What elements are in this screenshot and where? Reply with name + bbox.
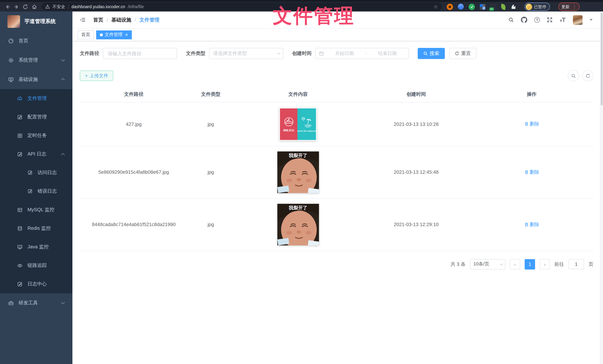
- trash-icon: [524, 222, 529, 227]
- sidebar-item-link-tracing[interactable]: 链路追踪: [0, 256, 72, 275]
- pagination-total: 共 3 条: [451, 261, 466, 267]
- work-life-balance-label: work-life balance: [297, 129, 316, 132]
- sidebar-item-scheduled-jobs[interactable]: 定时任务: [0, 126, 72, 145]
- breadcrumb-infrastructure[interactable]: 基础设施: [111, 17, 131, 23]
- extension-grid-icon[interactable]: [480, 4, 485, 10]
- extension-green-check-icon[interactable]: [469, 3, 475, 10]
- delete-button[interactable]: 删除: [524, 169, 539, 175]
- search-icon: [571, 73, 576, 78]
- fullscreen-button[interactable]: [547, 17, 553, 23]
- sidebar-item-java-monitor[interactable]: Java 监控: [0, 238, 72, 256]
- table-grid-icon: [17, 207, 23, 213]
- extension-orange-icon[interactable]: [447, 3, 453, 10]
- prev-page-button[interactable]: ‹: [510, 259, 520, 269]
- user-avatar[interactable]: [573, 15, 583, 25]
- docs-help-button[interactable]: ?: [534, 17, 540, 23]
- plus-icon: +: [85, 73, 88, 78]
- page-size-select[interactable]: 10条/页: [470, 259, 505, 269]
- start-date-placeholder[interactable]: 开始日期: [327, 50, 362, 57]
- delete-button[interactable]: 删除: [524, 221, 539, 228]
- scrollbar-thumb[interactable]: [601, 13, 603, 105]
- work-life-balance-teal-panel: work-life balance: [297, 108, 316, 140]
- font-size-button[interactable]: [559, 17, 566, 23]
- browser-menu-kebab-icon[interactable]: ⋮: [572, 4, 577, 9]
- user-menu-caret-icon[interactable]: [590, 19, 593, 21]
- file-preview-996icu[interactable]: 996.ICU work-life balance: [279, 107, 317, 140]
- next-page-button[interactable]: ›: [540, 259, 550, 269]
- sidebar-item-error-logs[interactable]: 错误日志: [0, 182, 72, 201]
- upload-file-button[interactable]: + 上传文件: [80, 70, 114, 81]
- sidebar-item-home[interactable]: 首页: [0, 31, 72, 50]
- schedule-icon: [17, 133, 23, 138]
- cloud-upload-icon: [17, 96, 23, 101]
- header-search-button[interactable]: [508, 17, 514, 23]
- sidebar-item-config-management[interactable]: 配置管理: [0, 108, 72, 126]
- tab-home[interactable]: 首页: [78, 30, 94, 39]
- search-icon: [508, 17, 514, 23]
- end-date-placeholder[interactable]: 结束日期: [370, 50, 405, 57]
- tab-file-management[interactable]: 文件管理 ×: [96, 30, 132, 39]
- table-row: 8448cada8c714e4ab61f521c8da21990 jpg: [80, 198, 593, 250]
- date-range-picker[interactable]: 开始日期 - 结束日期: [315, 48, 409, 59]
- extension-leaf-icon[interactable]: [500, 3, 506, 10]
- extension-switch-icon[interactable]: on: [490, 4, 496, 10]
- file-preview-baby-meme[interactable]: 我裂开了: [277, 204, 319, 245]
- delete-button[interactable]: 删除: [524, 121, 539, 127]
- database-icon: [17, 226, 23, 231]
- prev-arrow-icon: ‹: [514, 261, 516, 267]
- page-scrollbar[interactable]: [600, 11, 603, 364]
- smile-face-icon: [526, 3, 532, 10]
- paused-extension-badge[interactable]: 已暂停: [525, 3, 550, 11]
- baby-meme-caption: 我裂开了: [277, 205, 319, 211]
- browser-forward-button[interactable]: [12, 2, 21, 11]
- sidebar-item-redis-monitor[interactable]: Redis 监控: [0, 219, 72, 238]
- sidebar-item-access-logs[interactable]: 访问日志: [0, 163, 72, 182]
- cell-file-path: 427.jpg: [80, 102, 188, 146]
- bookmark-star-icon[interactable]: ☆: [433, 4, 438, 9]
- navbar-actions: ?: [508, 15, 593, 25]
- sidebar-item-dev-tools[interactable]: 研发工具: [0, 293, 72, 313]
- breadcrumb-current: 文件管理: [139, 17, 160, 23]
- sidebar-item-mysql-monitor[interactable]: MySQL 监控: [0, 201, 72, 219]
- table-row: 427.jpg jpg 996.ICU work-life balan: [80, 102, 593, 146]
- file-preview-baby-meme[interactable]: 我裂开了: [277, 151, 319, 193]
- hospital-bed-icon: [283, 116, 295, 128]
- extension-blue-drop-icon[interactable]: [458, 4, 464, 10]
- page-unit-label: 页: [589, 261, 593, 267]
- search-button[interactable]: 搜索: [418, 48, 445, 59]
- toggle-search-button[interactable]: [568, 70, 579, 81]
- reset-button[interactable]: 重置: [449, 48, 476, 59]
- browser-update-button[interactable]: 更新 ⋮: [558, 3, 580, 11]
- sidebar-item-file-management[interactable]: 文件管理: [0, 89, 72, 108]
- cell-create-time: 2021-03-13 13:10:28: [362, 102, 470, 146]
- top-navbar: 首页 / 基础设施 / 文件管理 ?: [72, 11, 600, 29]
- sidebar-item-system-management[interactable]: 系统管理: [0, 50, 72, 70]
- sidebar-item-infrastructure[interactable]: 基础设施: [0, 70, 72, 89]
- reload-icon: [23, 4, 28, 10]
- address-bar[interactable]: 不安全 | dashboard.yudao.iocoder.cn/infra/f…: [42, 3, 442, 11]
- chevron-down-icon: [500, 262, 503, 265]
- app-logo[interactable]: 芋道管理系统: [0, 11, 72, 31]
- breadcrumb-home[interactable]: 首页: [93, 17, 103, 23]
- file-type-select[interactable]: 请选择文件类型: [209, 48, 283, 59]
- refresh-table-button[interactable]: [582, 70, 593, 81]
- table-row: 5e8609290e915c4fa8b08e67.jpg jpg: [80, 146, 593, 198]
- browser-back-button[interactable]: [3, 2, 12, 11]
- font-size-icon: [559, 17, 566, 23]
- fullscreen-icon: [547, 17, 553, 23]
- puzzle-icon: [510, 4, 516, 10]
- extensions-puzzle-icon[interactable]: [510, 4, 516, 10]
- column-file-path: 文件路径: [80, 87, 188, 102]
- current-page-button[interactable]: 1: [525, 259, 535, 269]
- github-link-button[interactable]: [521, 17, 527, 23]
- browser-reload-button[interactable]: [21, 2, 30, 11]
- goto-page-input[interactable]: [568, 259, 584, 269]
- sidebar-item-api-logs[interactable]: API 日志: [0, 145, 72, 163]
- sidebar-collapse-button[interactable]: [78, 15, 87, 25]
- log-icon: [17, 151, 23, 157]
- file-path-input[interactable]: [103, 48, 177, 59]
- tab-close-icon[interactable]: ×: [125, 32, 128, 37]
- column-file-content: 文件内容: [234, 87, 362, 102]
- browser-home-button[interactable]: [30, 2, 39, 11]
- sidebar-item-log-center[interactable]: 日志中心: [0, 275, 72, 293]
